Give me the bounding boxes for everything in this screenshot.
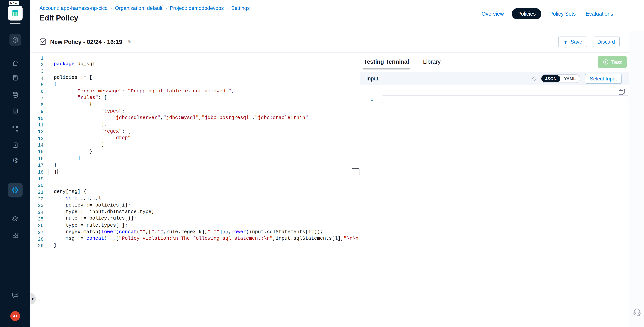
breadcrumb-separator-icon: › (110, 5, 112, 11)
save-button[interactable]: Save (558, 36, 587, 47)
sidebar-item-layers[interactable] (10, 215, 20, 224)
breadcrumb-link-project[interactable]: Project: demodbdevops (170, 5, 224, 11)
code-line-23[interactable]: 23 policy := policies[i]; (30, 202, 360, 209)
sidebar-item-gear[interactable]: ⚙ (10, 156, 20, 165)
breadcrumb-link-account[interactable]: Account: app-harness-ng-cicd (40, 5, 108, 11)
line-number: 1 (30, 55, 48, 61)
test-button[interactable]: Test (598, 56, 627, 68)
sidebar-item-catalog[interactable] (10, 106, 20, 115)
code-line-18[interactable]: 18] (30, 169, 360, 175)
code-line-8[interactable]: 8 { (30, 101, 360, 108)
code-text: } (48, 162, 360, 169)
code-line-6[interactable]: 6 "error_message": "Dropping of table is… (30, 88, 360, 95)
policy-name: New Policy - 02/24 - 16:19 (50, 38, 122, 45)
code-text: rule := policy.rules[j]; (48, 216, 360, 222)
code-line-14[interactable]: 14 ] (30, 142, 360, 148)
logo-divider (10, 23, 20, 24)
line-number: 13 (30, 136, 48, 141)
avatar[interactable]: AT (10, 311, 20, 321)
code-line-25[interactable]: 25 rule := policy.rules[j]; (30, 216, 360, 222)
chat-icon (12, 292, 19, 299)
code-line-27[interactable]: 27 regex.match(lower(concat("",[".*",rul… (30, 229, 360, 236)
sidebar-item-pipelines[interactable] (10, 124, 20, 133)
diamond-icon[interactable] (532, 76, 537, 81)
code-line-19[interactable]: 19 (30, 175, 360, 182)
sidebar-item-settings-active[interactable]: ⚙ (8, 183, 22, 197)
breadcrumb-link-settings[interactable]: Settings (231, 5, 250, 11)
code-line-11[interactable]: 11 ], (30, 122, 360, 128)
play-square-icon (12, 141, 19, 148)
tab-policy-sets[interactable]: Policy Sets (547, 8, 578, 19)
line-number: 7 (30, 95, 48, 101)
support-headset-icon[interactable] (633, 308, 641, 316)
right-strip (629, 31, 644, 327)
format-toggle: JSONYAML (540, 74, 580, 83)
code-line-29[interactable]: 29} (30, 243, 360, 249)
code-text: "drop" (48, 135, 360, 142)
code-line-9[interactable]: 9 "types": [ (30, 108, 360, 115)
line-number: 26 (30, 223, 48, 228)
cube-icon (12, 36, 19, 43)
tab-overview[interactable]: Overview (480, 8, 506, 19)
code-text: "jdbc:sqlserver","jdbc:mysql","jdbc:post… (48, 115, 360, 122)
code-line-10[interactable]: 10 "jdbc:sqlserver","jdbc:mysql","jdbc:p… (30, 115, 360, 122)
edit-pencil-icon[interactable]: ✎ (128, 38, 132, 45)
clipboard-icon (12, 74, 19, 81)
code-line-21[interactable]: 21deny[msg] { (30, 189, 360, 196)
sidebar-item-databases[interactable] (10, 90, 20, 99)
code-line-16[interactable]: 16 ] (30, 155, 360, 162)
tab-library[interactable]: Library (422, 58, 442, 69)
code-line-4[interactable]: 4policies := [ (30, 75, 360, 81)
breadcrumb-separator-icon: › (165, 5, 167, 11)
breadcrumb: Account: app-harness-ng-cicd›Organizatio… (40, 5, 250, 11)
line-number: 3 (30, 69, 48, 74)
code-editor-panel[interactable]: 12package db_sql34policies := [5{6 "erro… (30, 52, 360, 324)
code-line-12[interactable]: 12 "regex": [ (30, 128, 360, 135)
policy-actions: Save Discard (558, 36, 620, 47)
sidebar-item-executions[interactable] (10, 140, 20, 149)
code-text (48, 54, 360, 61)
code-line-26[interactable]: 26 type = rule.types[_]; (30, 222, 360, 229)
line-number: 10 (30, 116, 48, 121)
code-text: ] (48, 155, 360, 162)
code-line-15[interactable]: 15 } (30, 148, 360, 155)
code-line-22[interactable]: 22 some i,j,k,l (30, 196, 360, 202)
code-line-17[interactable]: 17} (30, 162, 360, 169)
line-number: 4 (30, 75, 48, 81)
code-line-24[interactable]: 24 type := input.dbInstance.type; (30, 209, 360, 216)
input-editor-current-line[interactable] (382, 95, 628, 103)
line-number: 23 (30, 203, 48, 208)
code-line-3[interactable]: 3 (30, 68, 360, 75)
copy-icon[interactable] (618, 89, 625, 95)
tab-policies[interactable]: Policies (512, 8, 542, 19)
code-line-13[interactable]: 13 "drop" (30, 135, 360, 142)
harness-logo-icon (10, 8, 20, 18)
code-text: "regex": [ (48, 128, 360, 135)
code-line-2[interactable]: 2package db_sql (30, 61, 360, 68)
tab-testing-terminal[interactable]: Testing Terminal (363, 58, 410, 69)
discard-button[interactable]: Discard (592, 36, 620, 47)
select-input-button[interactable]: Select Input (585, 74, 622, 84)
code-text: } (48, 148, 360, 155)
code-line-7[interactable]: 7 "rules": [ (30, 95, 360, 101)
policy-toolbar: New Policy - 02/24 - 16:19 ✎ Save Discar… (30, 31, 629, 52)
sidebar-item-organizations[interactable] (10, 231, 20, 240)
tab-evaluations[interactable]: Evaluations (584, 8, 615, 19)
code-line-20[interactable]: 20 (30, 182, 360, 189)
breadcrumb-link-organization[interactable]: Organization: default (115, 5, 162, 11)
format-option-yaml[interactable]: YAML (560, 75, 580, 82)
sidebar-item-records[interactable] (10, 73, 20, 82)
code-line-1[interactable]: 1 (30, 54, 360, 61)
code-line-5[interactable]: 5{ (30, 81, 360, 88)
format-option-json[interactable]: JSON (541, 75, 560, 82)
testing-panel: Testing TerminalLibrary Test Input JSONY… (360, 52, 629, 324)
line-number: 18 (30, 169, 48, 175)
code-line-28[interactable]: 28 msg := concat("",["Policy violation:\… (30, 236, 360, 243)
line-number: 12 (30, 129, 48, 134)
sidebar-item-home[interactable] (10, 59, 20, 68)
harness-logo[interactable] (8, 6, 22, 20)
sidebar-item-modules[interactable] (10, 34, 21, 46)
code-text: } (48, 243, 360, 249)
line-number: 14 (30, 142, 48, 148)
sidebar-item-chat[interactable] (10, 291, 20, 300)
